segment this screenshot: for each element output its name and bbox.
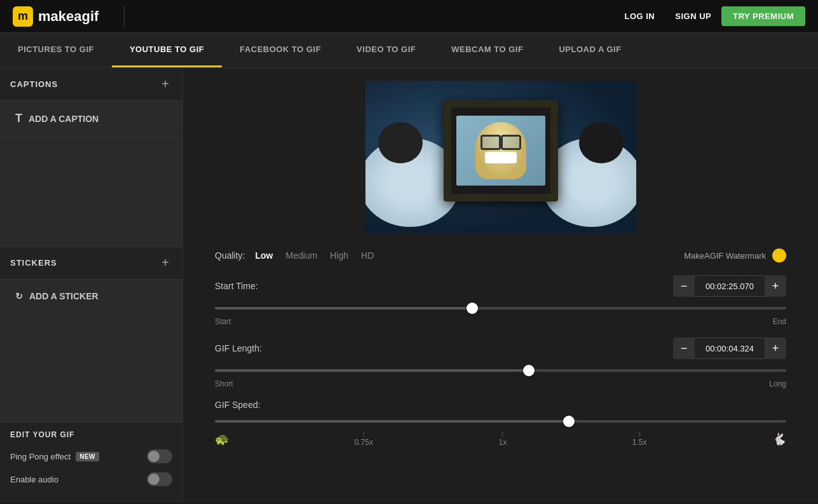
add-sticker-button[interactable]: ↻ ADD A STICKER [0, 280, 182, 313]
start-time-row: Start Time: − 00:02:25.070 + Start End [215, 275, 786, 326]
ping-pong-label: Ping Pong effect [10, 452, 71, 461]
speed-track [215, 420, 786, 423]
start-time-value-wrap: − 00:02:25.070 + [673, 275, 786, 297]
add-caption-label: ADD A CAPTION [29, 114, 99, 124]
speed-tick-15: 1.5x [632, 432, 647, 447]
start-time-minus[interactable]: − [673, 275, 695, 297]
start-fill [215, 307, 472, 310]
char-glasses [481, 135, 521, 147]
stickers-section-header: STICKERS + [0, 247, 182, 280]
start-label: Start [215, 317, 231, 326]
frame-inner [456, 116, 545, 186]
start-thumb[interactable] [467, 303, 478, 314]
logo-icon: m [13, 6, 33, 27]
length-fill [215, 369, 529, 372]
scene [365, 81, 636, 233]
stickers-add-icon[interactable]: + [158, 256, 172, 270]
signup-button[interactable]: SIGN UP [665, 6, 721, 26]
ping-pong-label-wrap: Ping Pong effect NEW [10, 452, 99, 461]
speed-1-label: 1x [498, 438, 507, 447]
start-time-slider[interactable] [215, 302, 786, 315]
end-label: End [773, 317, 786, 326]
frame-character [475, 122, 526, 179]
sheep-head-right [579, 122, 624, 163]
start-time-label: Start Time: [215, 281, 258, 291]
captions-add-icon[interactable]: + [158, 77, 172, 91]
stickers-gap [0, 137, 182, 247]
sheep-head-left [378, 122, 423, 163]
gif-speed-slider[interactable] [215, 415, 786, 428]
quality-medium[interactable]: Medium [285, 249, 317, 262]
gif-length-plus[interactable]: + [765, 337, 786, 359]
video-frame [365, 81, 636, 233]
short-label: Short [215, 379, 233, 388]
audio-label: Enable audio [10, 475, 58, 484]
start-time-plus[interactable]: + [765, 275, 786, 297]
logo[interactable]: m makeagif [13, 6, 99, 27]
content-area: Quality: Low Medium High HD MakeAGIF Wat… [183, 68, 818, 503]
gif-length-slider[interactable] [215, 364, 786, 377]
tab-facebook[interactable]: FACEBOOK TO GIF [222, 33, 339, 67]
edit-gif-title: EDIT YOUR GIF [10, 430, 172, 439]
tab-video[interactable]: VIDEO TO GIF [339, 33, 433, 67]
length-track [215, 369, 786, 372]
tab-upload[interactable]: UPLOAD A GIF [541, 33, 639, 67]
audio-toggle[interactable] [147, 472, 172, 486]
gif-length-value-wrap: − 00:00:04.324 + [673, 337, 786, 359]
main-layout: CAPTIONS + T ADD A CAPTION STICKERS + ↻ … [0, 68, 818, 503]
speed-15-label: 1.5x [632, 438, 647, 447]
start-time-value: 00:02:25.070 [695, 275, 765, 297]
long-label: Long [769, 379, 786, 388]
quality-label: Quality: [215, 250, 245, 261]
watermark-wrap: MakeAGIF Watermark [684, 249, 786, 262]
controls: Quality: Low Medium High HD MakeAGIF Wat… [208, 249, 793, 447]
speed-tick-1: 1x [498, 432, 507, 447]
header-divider [124, 6, 125, 27]
speed-thumb[interactable] [563, 416, 575, 427]
speed-tick-075: 0.75x [355, 432, 373, 447]
audio-knob [148, 473, 160, 485]
sidebar: CAPTIONS + T ADD A CAPTION STICKERS + ↻ … [0, 68, 183, 503]
speed-tick-line-15 [639, 432, 640, 437]
fast-icon: 🐇 [772, 432, 786, 446]
tab-webcam[interactable]: WEBCAM TO GIF [433, 33, 541, 67]
audio-label-wrap: Enable audio [10, 475, 58, 484]
gif-length-minus[interactable]: − [673, 337, 695, 359]
captions-title: CAPTIONS [10, 79, 58, 89]
quality-options: Low Medium High HD [255, 249, 374, 262]
slow-icon: 🐢 [215, 432, 229, 446]
tab-youtube[interactable]: YOUTUBE TO GIF [112, 33, 222, 67]
login-button[interactable]: LOG IN [614, 6, 665, 26]
add-caption-button[interactable]: T ADD A CAPTION [0, 100, 182, 137]
gif-length-label: GIF Length: [215, 343, 262, 353]
gif-speed-row: GIF Speed: 🐢 0.75x 1x [215, 400, 786, 447]
premium-button[interactable]: TRY PREMIUM [721, 6, 805, 26]
gif-length-value: 00:00:04.324 [695, 337, 765, 359]
nav-tabs: PICTURES TO GIF YOUTUBE TO GIF FACEBOOK … [0, 33, 818, 68]
speed-tick-line [364, 432, 364, 437]
watermark-toggle-dot[interactable] [772, 249, 786, 262]
quality-hd[interactable]: HD [361, 249, 374, 262]
quality-high[interactable]: High [330, 249, 348, 262]
speed-tick-line-1 [502, 432, 503, 437]
quality-low[interactable]: Low [255, 249, 273, 262]
start-track [215, 307, 786, 310]
speed-075-label: 0.75x [355, 438, 373, 447]
video-preview [365, 81, 636, 233]
gif-speed-top: GIF Speed: [215, 400, 786, 410]
watermark-label: MakeAGIF Watermark [684, 251, 766, 261]
quality-row: Quality: Low Medium High HD MakeAGIF Wat… [215, 249, 786, 262]
ping-pong-toggle[interactable] [147, 449, 172, 463]
edit-gif-section: EDIT YOUR GIF Ping Pong effect NEW Enabl… [0, 422, 182, 503]
speed-marks: 🐢 0.75x 1x 1.5x 🐇 [215, 432, 786, 447]
speed-fill [215, 420, 569, 423]
captions-section-header: CAPTIONS + [0, 68, 182, 100]
length-thumb[interactable] [523, 365, 535, 376]
sticker-icon: ↻ [15, 291, 23, 301]
gif-length-row: GIF Length: − 00:00:04.324 + Short Lon [215, 337, 786, 388]
audio-row: Enable audio [10, 472, 172, 486]
logo-text: makeagif [38, 8, 99, 25]
header: m makeagif LOG IN SIGN UP TRY PREMIUM [0, 0, 818, 33]
ping-pong-row: Ping Pong effect NEW [10, 449, 172, 463]
tab-pictures[interactable]: PICTURES TO GIF [0, 33, 112, 67]
